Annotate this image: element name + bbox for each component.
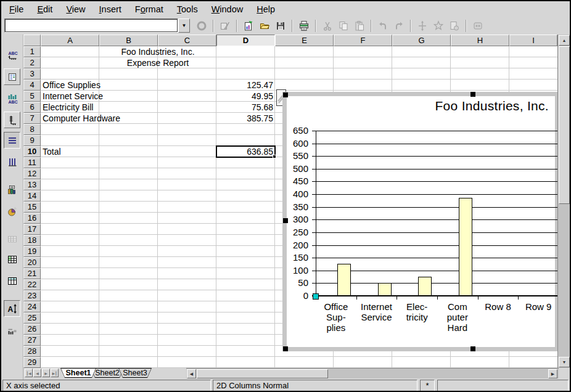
menu-item-tools[interactable]: Tools — [170, 2, 205, 16]
row-header-21[interactable]: 21 — [23, 268, 41, 279]
tab-next-button[interactable]: ▶ — [42, 369, 50, 377]
column-header-e[interactable]: E — [275, 35, 334, 46]
row-header-12[interactable]: 12 — [23, 168, 41, 179]
row-header-29[interactable]: 29 — [23, 357, 41, 368]
menu-item-format[interactable]: Format — [128, 2, 170, 16]
menu-item-file[interactable]: File — [2, 2, 30, 16]
row-header-6[interactable]: 6 — [23, 102, 41, 113]
bar-office-supplies[interactable] — [337, 264, 351, 296]
selected-cell-border[interactable] — [216, 146, 275, 157]
scroll-right-button[interactable]: ▶ — [548, 369, 557, 378]
row-header-1[interactable]: 1 — [23, 46, 41, 57]
chart-selection-handle[interactable] — [470, 346, 475, 351]
column-header-f[interactable]: F — [334, 35, 392, 46]
chart-title[interactable]: Foo Industries, Inc. — [435, 99, 549, 113]
tab-prev-button[interactable]: ◀ — [33, 369, 41, 377]
cell-a7[interactable]: Computer Hardware — [41, 113, 99, 124]
v-gridlines-icon[interactable] — [4, 153, 20, 170]
vertical-scroll-thumb[interactable] — [559, 46, 570, 204]
row-header-23[interactable]: 23 — [23, 290, 41, 301]
bar-type-icon[interactable] — [4, 181, 20, 198]
cell-a10[interactable]: Total — [41, 146, 99, 157]
menu-item-window[interactable]: Window — [205, 2, 250, 16]
menu-item-view[interactable]: View — [59, 2, 92, 16]
cell-b1:c1[interactable]: Foo Industries, Inc. — [99, 46, 216, 57]
row-header-25[interactable]: 25 — [23, 312, 41, 324]
cell-b2:c2[interactable]: Expense Report — [99, 57, 216, 68]
column-header-h[interactable]: H — [451, 35, 509, 46]
formula-combo-input[interactable] — [4, 18, 178, 33]
horizontal-scrollbar[interactable]: ◀ ▶ — [186, 368, 559, 378]
column-header-a[interactable]: A — [41, 35, 99, 46]
row-header-28[interactable]: 28 — [23, 346, 41, 357]
row-header-14[interactable]: 14 — [23, 190, 41, 202]
pie-type-icon[interactable] — [4, 203, 20, 219]
bar-computer-hard[interactable] — [459, 198, 472, 296]
row-header-16[interactable]: 16 — [23, 213, 41, 224]
row-header-5[interactable]: 5 — [23, 91, 41, 102]
select-all-corner[interactable] — [23, 35, 41, 46]
tab-last-button[interactable]: ▶┃ — [51, 369, 59, 377]
row-header-2[interactable]: 2 — [23, 57, 41, 68]
font-size-icon[interactable]: A — [4, 300, 20, 317]
row-header-19[interactable]: 19 — [23, 246, 41, 257]
print-icon[interactable] — [297, 18, 311, 33]
fill-handle[interactable] — [273, 155, 276, 158]
vertical-scrollbar[interactable]: ▲ ▼ — [557, 35, 570, 368]
save-icon[interactable] — [273, 18, 288, 33]
row-header-10[interactable]: 10 — [23, 146, 41, 157]
row-header-15[interactable]: 15 — [23, 202, 41, 213]
table-columns-icon[interactable] — [4, 272, 20, 289]
row-header-3[interactable]: 3 — [23, 68, 41, 80]
column-header-i[interactable]: I — [509, 35, 557, 46]
row-header-24[interactable]: 24 — [23, 301, 41, 312]
column-header-g[interactable]: G — [392, 35, 451, 46]
row-header-20[interactable]: 20 — [23, 257, 41, 268]
row-header-11[interactable]: 11 — [23, 157, 41, 168]
horizontal-scroll-thumb[interactable] — [197, 369, 328, 378]
cell-d4[interactable]: 125.47 — [216, 80, 275, 91]
x-axis-selection-handle[interactable] — [313, 293, 319, 300]
row-header-22[interactable]: 22 — [23, 279, 41, 290]
column-header-d[interactable]: D — [216, 35, 275, 46]
row-header-9[interactable]: 9 — [23, 135, 41, 146]
axis-labels-icon[interactable]: ABC — [4, 47, 20, 63]
cell-d7[interactable]: 385.75 — [216, 113, 275, 124]
row-header-13[interactable]: 13 — [23, 179, 41, 190]
cell-a4[interactable]: Office Supplies — [41, 80, 99, 91]
row-header-26[interactable]: 26 — [23, 324, 41, 335]
new-document-icon[interactable] — [241, 18, 256, 33]
chart-selection-handle[interactable] — [283, 92, 288, 97]
h-gridlines-icon[interactable] — [4, 132, 20, 149]
bar-electricity[interactable] — [418, 277, 432, 296]
legend-icon[interactable] — [4, 68, 20, 85]
column-header-c[interactable]: C — [158, 35, 216, 46]
row-header-7[interactable]: 7 — [23, 113, 41, 124]
menu-item-edit[interactable]: Edit — [30, 2, 59, 16]
chart-selection-handle[interactable] — [470, 92, 475, 97]
row-header-4[interactable]: 4 — [23, 80, 41, 91]
tab-first-button[interactable]: ┃◀ — [25, 369, 33, 377]
sheet-tab-sheet3[interactable]: Sheet3 — [118, 368, 152, 378]
row-header-8[interactable]: 8 — [23, 124, 41, 135]
scroll-up-button[interactable]: ▲ — [559, 35, 570, 46]
bar-internet-service[interactable] — [378, 283, 392, 296]
cell-d6[interactable]: 75.68 — [216, 102, 275, 113]
open-folder-icon[interactable] — [257, 18, 272, 33]
cell-d5[interactable]: 49.95 — [216, 91, 275, 102]
row-header-17[interactable]: 17 — [23, 224, 41, 235]
menu-item-help[interactable]: Help — [250, 2, 282, 16]
cell-a6[interactable]: Electricity Bill — [41, 102, 99, 113]
scroll-down-button[interactable]: ▼ — [559, 357, 570, 367]
chart-selection-handle[interactable] — [283, 346, 288, 351]
sheet-tab-sheet1[interactable]: Sheet1 — [60, 368, 96, 378]
embedded-chart-object[interactable]: Foo Industries, Inc. 0501001502002503003… — [282, 92, 559, 351]
cell-a5[interactable]: Internet Service — [41, 91, 99, 102]
column-header-b[interactable]: B — [99, 35, 158, 46]
chart-labels-icon[interactable]: ABC — [4, 90, 20, 107]
chart-selection-handle[interactable] — [283, 218, 288, 223]
menu-item-insert[interactable]: Insert — [92, 2, 128, 16]
table-rows-icon[interactable] — [4, 251, 20, 267]
y-axis-icon[interactable] — [4, 112, 20, 128]
row-header-18[interactable]: 18 — [23, 235, 41, 246]
